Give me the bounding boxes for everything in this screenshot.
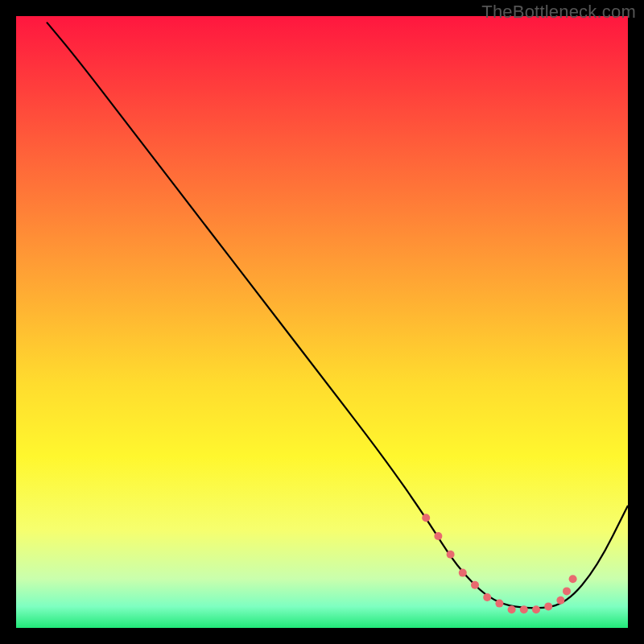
marker-dot [563,587,571,595]
marker-dot [520,605,528,613]
marker-dot [508,605,516,613]
marker-dot [422,514,430,522]
plot-svg [16,16,628,628]
chart-frame: TheBottleneck.com [0,0,644,644]
plot-area [16,16,628,628]
marker-dot [447,551,455,559]
marker-dot [459,569,467,577]
marker-dot [532,605,540,613]
marker-dot [483,593,491,601]
marker-dot [569,575,577,583]
gradient-background [16,16,628,628]
marker-dot [544,602,552,610]
marker-dot [434,532,442,540]
marker-dot [471,581,479,589]
marker-dot [556,597,564,605]
watermark-text: TheBottleneck.com [481,2,636,23]
marker-dot [495,600,503,608]
